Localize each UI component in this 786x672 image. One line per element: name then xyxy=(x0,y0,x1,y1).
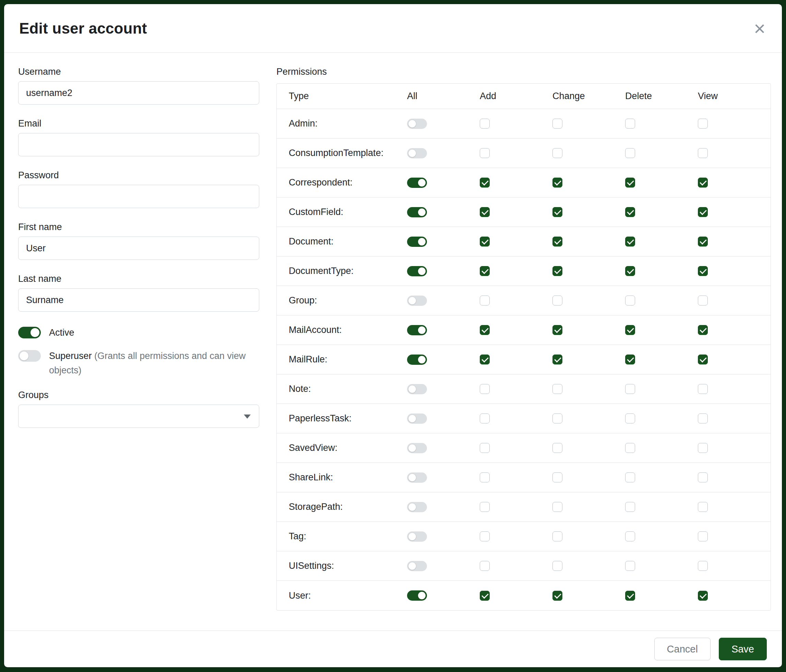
permission-all-toggle[interactable] xyxy=(407,325,427,335)
permission-add-checkbox[interactable] xyxy=(480,266,490,276)
permission-view-checkbox[interactable] xyxy=(698,148,708,158)
permissions-header-row: Type All Add Change Delete View xyxy=(277,84,770,109)
permission-add-checkbox[interactable] xyxy=(480,148,490,158)
permission-delete-checkbox[interactable] xyxy=(625,177,635,188)
permission-all-toggle[interactable] xyxy=(407,413,427,424)
permission-add-checkbox[interactable] xyxy=(480,561,490,571)
permission-change-checkbox[interactable] xyxy=(552,531,563,542)
save-button[interactable]: Save xyxy=(719,638,767,660)
permission-view-checkbox[interactable] xyxy=(698,531,708,542)
permission-all-toggle[interactable] xyxy=(407,237,427,247)
permission-delete-checkbox[interactable] xyxy=(625,237,635,247)
permission-change-checkbox[interactable] xyxy=(552,413,563,424)
permission-view-checkbox[interactable] xyxy=(698,177,708,188)
permission-add-checkbox[interactable] xyxy=(480,502,490,512)
permission-delete-checkbox[interactable] xyxy=(625,591,635,601)
close-button[interactable]: × xyxy=(752,19,767,38)
first-name-input[interactable] xyxy=(18,237,259,260)
permission-change-checkbox[interactable] xyxy=(552,266,563,276)
permission-view-checkbox[interactable] xyxy=(698,295,708,306)
permission-all-toggle[interactable] xyxy=(407,119,427,129)
password-field[interactable] xyxy=(18,185,259,208)
last-name-input[interactable] xyxy=(18,288,259,312)
permission-delete-checkbox[interactable] xyxy=(625,325,635,335)
permission-delete-checkbox[interactable] xyxy=(625,384,635,394)
permission-add-checkbox[interactable] xyxy=(480,355,490,364)
permission-change-checkbox[interactable] xyxy=(552,237,563,247)
permission-all-toggle[interactable] xyxy=(407,355,427,365)
permission-change-checkbox[interactable] xyxy=(552,207,563,217)
permission-add-checkbox[interactable] xyxy=(480,443,490,453)
permission-change-checkbox[interactable] xyxy=(552,177,563,188)
permission-delete-checkbox[interactable] xyxy=(625,443,635,453)
username-input[interactable] xyxy=(18,81,259,105)
permission-add-checkbox[interactable] xyxy=(480,531,490,542)
permission-view-checkbox[interactable] xyxy=(698,502,708,512)
permission-type-label: User: xyxy=(277,590,407,601)
permission-delete-checkbox[interactable] xyxy=(625,531,635,542)
permission-add-checkbox[interactable] xyxy=(480,325,490,335)
permission-view-checkbox[interactable] xyxy=(698,561,708,571)
permission-change-checkbox[interactable] xyxy=(552,502,563,512)
email-field[interactable] xyxy=(18,133,259,156)
permission-all-toggle[interactable] xyxy=(407,384,427,394)
permission-view-checkbox[interactable] xyxy=(698,325,708,335)
cancel-button[interactable]: Cancel xyxy=(654,638,711,660)
permission-add-checkbox[interactable] xyxy=(480,237,490,247)
permission-all-toggle[interactable] xyxy=(407,207,427,217)
permission-change-checkbox[interactable] xyxy=(552,119,563,129)
permission-all-toggle[interactable] xyxy=(407,502,427,512)
permission-delete-checkbox[interactable] xyxy=(625,207,635,217)
permission-view-checkbox[interactable] xyxy=(698,443,708,453)
permission-view-checkbox[interactable] xyxy=(698,266,708,276)
permission-change-checkbox[interactable] xyxy=(552,384,563,394)
permission-add-checkbox[interactable] xyxy=(480,384,490,394)
permission-add-checkbox[interactable] xyxy=(480,295,490,306)
permission-all-toggle[interactable] xyxy=(407,177,427,188)
permission-delete-checkbox[interactable] xyxy=(625,473,635,482)
permission-delete-checkbox[interactable] xyxy=(625,502,635,512)
permission-add-checkbox[interactable] xyxy=(480,413,490,424)
permission-delete-checkbox[interactable] xyxy=(625,355,635,364)
groups-select[interactable] xyxy=(18,405,259,428)
superuser-toggle[interactable] xyxy=(18,350,41,362)
permission-view-checkbox[interactable] xyxy=(698,473,708,482)
permission-add-checkbox[interactable] xyxy=(480,177,490,188)
permission-view-checkbox[interactable] xyxy=(698,207,708,217)
permission-change-checkbox[interactable] xyxy=(552,561,563,571)
permission-view-checkbox[interactable] xyxy=(698,119,708,129)
permission-all-toggle[interactable] xyxy=(407,266,427,276)
permission-all-toggle[interactable] xyxy=(407,561,427,571)
permission-delete-checkbox[interactable] xyxy=(625,266,635,276)
permission-change-checkbox[interactable] xyxy=(552,148,563,158)
permission-add-checkbox[interactable] xyxy=(480,473,490,482)
permission-change-checkbox[interactable] xyxy=(552,355,563,364)
permission-change-checkbox[interactable] xyxy=(552,591,563,601)
permission-type-label: ShareLink: xyxy=(277,472,407,483)
permission-change-checkbox[interactable] xyxy=(552,295,563,306)
permission-view-checkbox[interactable] xyxy=(698,413,708,424)
permission-add-checkbox[interactable] xyxy=(480,207,490,217)
permission-all-toggle[interactable] xyxy=(407,531,427,542)
permission-add-checkbox[interactable] xyxy=(480,119,490,129)
permission-view-checkbox[interactable] xyxy=(698,355,708,364)
active-toggle[interactable] xyxy=(18,327,41,338)
table-row: ShareLink: xyxy=(277,463,770,492)
permission-all-toggle[interactable] xyxy=(407,443,427,453)
permission-view-checkbox[interactable] xyxy=(698,384,708,394)
permission-all-toggle[interactable] xyxy=(407,590,427,601)
permission-all-toggle[interactable] xyxy=(407,473,427,483)
permission-change-checkbox[interactable] xyxy=(552,325,563,335)
permission-delete-checkbox[interactable] xyxy=(625,295,635,306)
permission-view-checkbox[interactable] xyxy=(698,237,708,247)
permission-view-checkbox[interactable] xyxy=(698,591,708,601)
permission-delete-checkbox[interactable] xyxy=(625,561,635,571)
permission-add-checkbox[interactable] xyxy=(480,591,490,601)
permission-all-toggle[interactable] xyxy=(407,148,427,159)
permission-change-checkbox[interactable] xyxy=(552,443,563,453)
permission-delete-checkbox[interactable] xyxy=(625,148,635,158)
permission-all-toggle[interactable] xyxy=(407,295,427,306)
permission-change-checkbox[interactable] xyxy=(552,473,563,482)
permission-delete-checkbox[interactable] xyxy=(625,119,635,129)
permission-delete-checkbox[interactable] xyxy=(625,413,635,424)
